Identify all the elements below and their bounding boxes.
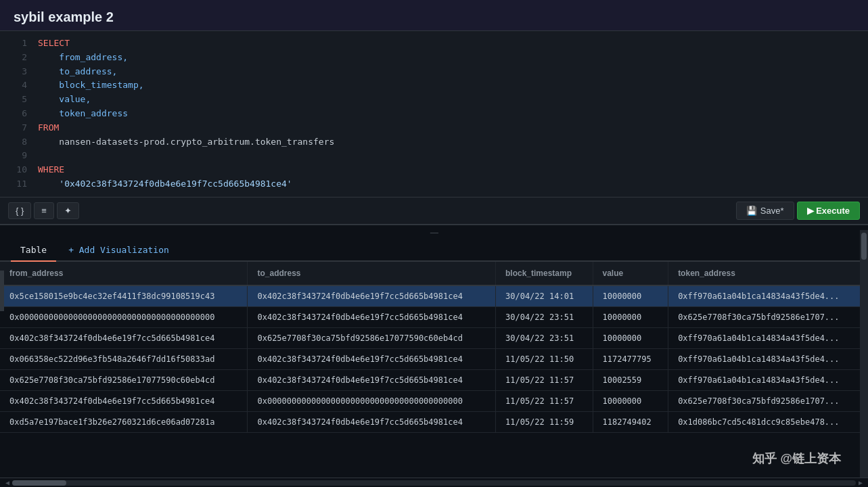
- code-line-11: 11 '0x402c38f343724f0db4e6e19f7cc5d665b4…: [0, 177, 868, 191]
- cell-value-6: 1182749402: [593, 411, 668, 432]
- code-line-3: 3 to_address,: [0, 65, 868, 79]
- scroll-right-arrow[interactable]: ▶: [856, 479, 865, 486]
- cell-token_address-6: 0x1d086bc7cd5c481dcc9c85ebe478...: [668, 411, 868, 432]
- cell-value-3: 1172477795: [593, 348, 668, 369]
- cell-token_address-5: 0x625e7708f30ca75bfd92586e1707...: [668, 390, 868, 411]
- cell-from_address-5: 0x402c38f343724f0db4e6e19f7cc5d665b4981c…: [0, 390, 248, 411]
- code-line-1: 1 SELECT: [0, 37, 868, 51]
- code-line-2: 2 from_address,: [0, 51, 868, 65]
- code-line-9: 9: [0, 149, 868, 163]
- cell-to_address-3: 0x402c38f343724f0db4e6e19f7cc5d665b4981c…: [248, 348, 496, 369]
- results-panel: Table + Add Visualization from_address t…: [0, 239, 868, 487]
- horizontal-scrollbar[interactable]: ◀ ▶: [0, 478, 868, 487]
- cell-to_address-5: 0x00000000000000000000000000000000000000…: [248, 390, 496, 411]
- code-line-6: 6 token_address: [0, 107, 868, 121]
- table-header-row: from_address to_address block_timestamp …: [0, 262, 868, 285]
- table-row: 0x066358ec522d96e3fb548a2646f7dd16f50833…: [0, 348, 868, 369]
- vertical-scrollbar[interactable]: [860, 230, 868, 478]
- cell-value-0: 10000000: [593, 285, 668, 307]
- page-title: sybil example 2: [14, 9, 854, 25]
- col-from-address: from_address: [0, 262, 248, 285]
- table-row: 0x00000000000000000000000000000000000000…: [0, 306, 868, 327]
- table-container[interactable]: from_address to_address block_timestamp …: [0, 262, 868, 478]
- table-row: 0xd5a7e197bace1f3b26e2760321d6ce06ad0728…: [0, 411, 868, 432]
- cell-block_timestamp-3: 11/05/22 11:50: [496, 348, 593, 369]
- cell-token_address-2: 0xff970a61a04b1ca14834a43f5de4...: [668, 327, 868, 348]
- col-value: value: [593, 262, 668, 285]
- cell-block_timestamp-1: 30/04/22 23:51: [496, 306, 593, 327]
- cell-token_address-1: 0x625e7708f30ca75bfd92586e1707...: [668, 306, 868, 327]
- cell-token_address-0: 0xff970a61a04b1ca14834a43f5de4...: [668, 285, 868, 307]
- scrollbar-thumb[interactable]: [12, 480, 66, 486]
- cell-block_timestamp-5: 11/05/22 11:57: [496, 390, 593, 411]
- cell-from_address-1: 0x00000000000000000000000000000000000000…: [0, 306, 248, 327]
- cell-from_address-0: 0x5ce158015e9bc4ec32ef4411f38dc99108519c…: [0, 285, 248, 307]
- cell-from_address-3: 0x066358ec522d96e3fb548a2646f7dd16f50833…: [0, 348, 248, 369]
- cell-value-2: 10000000: [593, 327, 668, 348]
- code-line-10: 10 WHERE: [0, 163, 868, 177]
- table-row: 0x5ce158015e9bc4ec32ef4411f38dc99108519c…: [0, 285, 868, 307]
- table-row: 0x402c38f343724f0db4e6e19f7cc5d665b4981c…: [0, 390, 868, 411]
- scroll-left-arrow[interactable]: ◀: [3, 479, 12, 486]
- cell-block_timestamp-4: 11/05/22 11:57: [496, 369, 593, 390]
- json-view-button[interactable]: { }: [8, 202, 31, 219]
- scrollbar-track[interactable]: [12, 480, 856, 486]
- cell-to_address-0: 0x402c38f343724f0db4e6e19f7cc5d665b4981c…: [248, 285, 496, 307]
- left-edge-indicator: [0, 271, 4, 311]
- code-line-7: 7 FROM: [0, 121, 868, 135]
- toolbar: { } ≡ ✦ 💾 Save* ▶ Execute: [0, 198, 868, 225]
- cell-value-1: 10000000: [593, 306, 668, 327]
- save-label: Save*: [760, 206, 784, 216]
- star-button[interactable]: ✦: [57, 202, 79, 219]
- tab-table[interactable]: Table: [11, 239, 56, 262]
- execute-button[interactable]: ▶ Execute: [797, 202, 860, 220]
- code-line-4: 4 block_timestamp,: [0, 78, 868, 93]
- cell-from_address-4: 0x625e7708f30ca75bfd92586e17077590c60eb4…: [0, 369, 248, 390]
- cell-to_address-2: 0x625e7708f30ca75bfd92586e17077590c60eb4…: [248, 327, 496, 348]
- save-icon: 💾: [746, 206, 757, 216]
- results-table: from_address to_address block_timestamp …: [0, 262, 868, 433]
- page-header: sybil example 2: [0, 0, 868, 31]
- cell-token_address-4: 0xff970a61a04b1ca14834a43f5de4...: [668, 369, 868, 390]
- results-tabs: Table + Add Visualization: [0, 239, 868, 262]
- code-line-8: 8 nansen-datasets-prod.crypto_arbitrum.t…: [0, 135, 868, 149]
- cell-from_address-6: 0xd5a7e197bace1f3b26e2760321d6ce06ad0728…: [0, 411, 248, 432]
- save-button[interactable]: 💾 Save*: [736, 202, 794, 220]
- cell-to_address-1: 0x402c38f343724f0db4e6e19f7cc5d665b4981c…: [248, 306, 496, 327]
- cell-value-5: 10000000: [593, 390, 668, 411]
- col-to-address: to_address: [248, 262, 496, 285]
- cell-to_address-6: 0x402c38f343724f0db4e6e19f7cc5d665b4981c…: [248, 411, 496, 432]
- code-line-5: 5 value,: [0, 93, 868, 107]
- cell-block_timestamp-0: 30/04/22 14:01: [496, 285, 593, 307]
- cell-block_timestamp-2: 30/04/22 23:51: [496, 327, 593, 348]
- list-view-button[interactable]: ≡: [34, 202, 54, 219]
- col-block-timestamp: block_timestamp: [496, 262, 593, 285]
- cell-value-4: 10002559: [593, 369, 668, 390]
- vertical-scrollbar-thumb[interactable]: [861, 233, 867, 260]
- cell-block_timestamp-6: 11/05/22 11:59: [496, 411, 593, 432]
- col-token-address: token_address: [668, 262, 868, 285]
- cell-from_address-2: 0x402c38f343724f0db4e6e19f7cc5d665b4981c…: [0, 327, 248, 348]
- code-editor[interactable]: 1 SELECT 2 from_address, 3 to_address, 4…: [0, 31, 868, 198]
- drag-handle[interactable]: ⸻: [0, 225, 868, 239]
- cell-token_address-3: 0xff970a61a04b1ca14834a43f5de4...: [668, 348, 868, 369]
- table-row: 0x402c38f343724f0db4e6e19f7cc5d665b4981c…: [0, 327, 868, 348]
- table-row: 0x625e7708f30ca75bfd92586e17077590c60eb4…: [0, 369, 868, 390]
- add-visualization-button[interactable]: + Add Visualization: [59, 239, 179, 260]
- cell-to_address-4: 0x402c38f343724f0db4e6e19f7cc5d665b4981c…: [248, 369, 496, 390]
